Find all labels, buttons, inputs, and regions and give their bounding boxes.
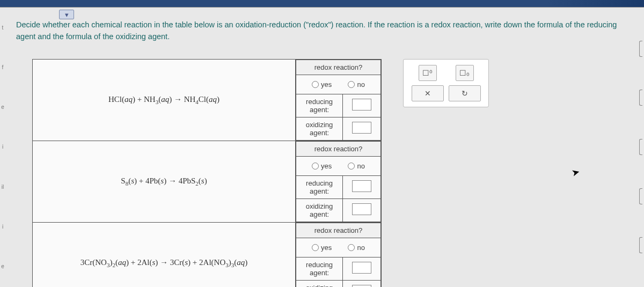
radio-yes-2[interactable]: yes [312,162,332,170]
reaction-table: HCl(aq) + NH3(aq) → NH4Cl(aq) redox reac… [32,59,382,288]
reducing-agent-input-1[interactable] [352,99,371,111]
reset-button[interactable]: ↻ [449,85,481,101]
redox-question-label: redox reaction? [296,141,381,156]
reaction-equation-2: S8(s) + 4Pb(s) → 4PbS2(s) [33,141,296,222]
formula-tool-panel: ☐⁰ ☐₀ ✕ ↻ [403,59,489,107]
reducing-agent-label: reducing agent: [296,175,343,198]
reducing-agent-input-3[interactable] [352,262,371,274]
redox-question-label: redox reaction? [296,223,381,238]
oxidizing-agent-input-3[interactable] [352,285,371,287]
radio-no-2[interactable]: no [348,162,364,170]
reducing-agent-label: reducing agent: [296,257,343,280]
radio-yes-1[interactable]: yes [312,80,332,89]
table-row: HCl(aq) + NH3(aq) → NH4Cl(aq) redox reac… [33,59,382,141]
radio-no-1[interactable]: no [348,80,364,89]
oxidizing-agent-label: oxidizing agent: [296,198,343,222]
radio-no-3[interactable]: no [348,244,364,252]
left-margin-marks: t f e i il i e [0,8,5,286]
superscript-button[interactable]: ☐⁰ [419,65,437,81]
dropdown-toggle[interactable]: ▾ [59,10,74,19]
question-instructions: Decide whether each chemical reaction in… [0,8,644,48]
oxidizing-agent-input-2[interactable] [352,203,371,215]
table-row: 3Cr(NO3)2(aq) + 2Al(s) → 3Cr(s) + 2Al(NO… [33,222,382,287]
oxidizing-agent-label: oxidizing agent: [296,280,343,287]
window-title-bar [0,0,644,8]
oxidizing-agent-input-1[interactable] [352,122,371,134]
chevron-down-icon: ▾ [65,11,69,19]
redox-question-label: redox reaction? [296,60,381,75]
oxidizing-agent-label: oxidizing agent: [296,117,343,140]
reducing-agent-label: reducing agent: [296,94,343,117]
clear-button[interactable]: ✕ [412,85,444,101]
reaction-equation-1: HCl(aq) + NH3(aq) → NH4Cl(aq) [33,59,296,141]
reset-icon: ↻ [462,89,468,98]
x-icon: ✕ [425,89,431,98]
subscript-button[interactable]: ☐₀ [456,65,474,81]
reducing-agent-input-2[interactable] [352,180,371,192]
radio-yes-3[interactable]: yes [312,244,332,252]
table-row: S8(s) + 4Pb(s) → 4PbS2(s) redox reaction… [33,141,382,222]
reaction-equation-3: 3Cr(NO3)2(aq) + 2Al(s) → 3Cr(s) + 2Al(NO… [33,222,296,287]
right-edge-handles [638,8,644,286]
